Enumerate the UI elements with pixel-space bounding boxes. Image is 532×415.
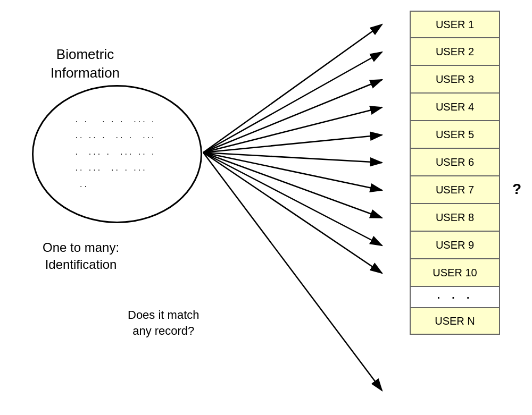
does-it-match-label: Does it match any record? (128, 307, 200, 338)
arrow-user6 (203, 153, 382, 163)
dots-row-2: ·· ·· · ·· · ··· (76, 130, 159, 146)
dots-row-3: · ··· · ··· ·· · (76, 146, 159, 162)
user-box-n: USER N (410, 307, 500, 335)
arrow-user8 (203, 153, 382, 218)
arrow-usern (203, 153, 382, 391)
user-box-6: USER 6 (410, 149, 500, 176)
user-box-1: USER 1 (410, 11, 500, 38)
biometric-ellipse: · · · · · ··· · ·· ·· · ·· · ··· · ··· ·… (32, 85, 202, 223)
arrow-user3 (203, 80, 382, 153)
user-box-2: USER 2 (410, 38, 500, 66)
diagram-container: Biometric Information · · · · · ··· · ··… (0, 0, 532, 415)
arrow-user1 (203, 24, 382, 153)
ellipse-wrapper: · · · · · ··· · ·· ·· · ·· · ··· · ··· ·… (32, 85, 202, 223)
user-box-7: USER 7 (410, 176, 500, 204)
one-to-many-label: One to many: Identification (43, 239, 119, 274)
user-box-4: USER 4 (410, 94, 500, 121)
biometric-label: Biometric Information (51, 45, 120, 82)
arrow-user10 (203, 153, 382, 273)
user-box-9: USER 9 (410, 232, 500, 259)
arrow-user2 (203, 52, 382, 153)
user-boxes-container: USER 1 USER 2 USER 3 USER 4 USER 5 USER … (410, 11, 500, 335)
arrow-user9 (203, 153, 382, 245)
arrow-user4 (203, 107, 382, 153)
dots-content: · · · · · ··· · ·· ·· · ·· · ··· · ··· ·… (76, 114, 159, 194)
user-box-5: USER 5 (410, 121, 500, 149)
dots-row-4: ·· ··· ·· · ··· ·· (76, 162, 159, 194)
user-box-8: USER 8 (410, 204, 500, 232)
question-mark-label: ? (512, 181, 521, 198)
dots-separator: · · · (410, 287, 500, 307)
user-box-10: USER 10 (410, 259, 500, 287)
arrow-user7 (203, 153, 382, 190)
user-box-3: USER 3 (410, 66, 500, 94)
dots-row-1: · · · · · ··· · (76, 114, 159, 130)
arrow-user5 (203, 135, 382, 153)
